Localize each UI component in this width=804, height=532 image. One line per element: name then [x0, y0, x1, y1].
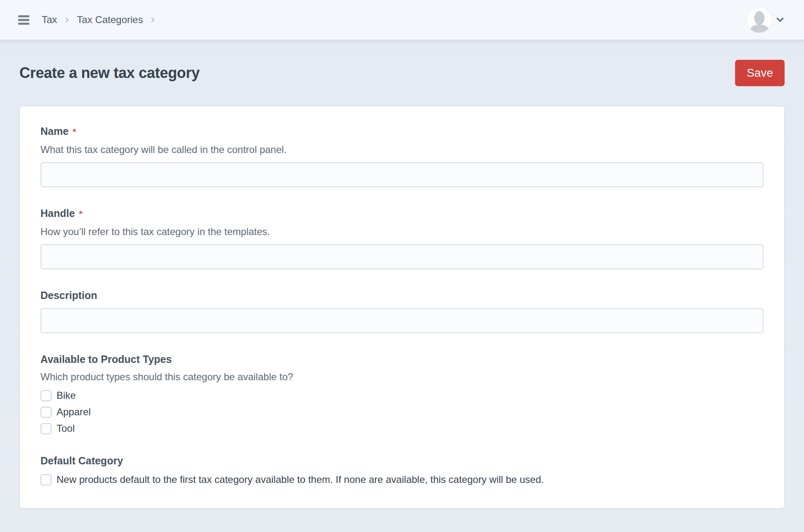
tool-checkbox[interactable] [40, 423, 52, 434]
product-types-label: Available to Product Types [40, 353, 172, 365]
handle-label: Handle [40, 207, 75, 219]
chevron-right-icon [149, 16, 156, 23]
bike-checkbox[interactable] [40, 390, 52, 401]
top-bar: Tax Tax Categories [0, 0, 804, 40]
account-menu[interactable] [747, 7, 784, 33]
checkbox-row-apparel: Apparel [40, 406, 764, 418]
menu-bar [18, 19, 29, 21]
save-button[interactable]: Save [735, 60, 785, 86]
menu-bar [18, 15, 29, 17]
field-product-types: Available to Product Types Which product… [40, 353, 764, 435]
chevron-down-icon[interactable] [776, 17, 784, 23]
tool-checkbox-label: Tool [57, 422, 75, 435]
field-handle: Handle * How you’ll refer to this tax ca… [40, 207, 764, 269]
page-head: Create a new tax category Save [19, 59, 785, 86]
chevron-right-icon [64, 16, 70, 23]
product-types-instructions: Which product types should this category… [40, 371, 764, 383]
menu-bar [18, 23, 29, 25]
default-category-checkbox-label: New products default to the first tax ca… [57, 473, 544, 486]
breadcrumb: Tax Tax Categories [42, 15, 163, 25]
checkbox-row-tool: Tool [40, 422, 764, 435]
checkbox-row-default: New products default to the first tax ca… [40, 473, 764, 486]
field-name: Name * What this tax category will be ca… [40, 125, 764, 187]
avatar[interactable] [747, 7, 772, 33]
bike-checkbox-label: Bike [57, 389, 76, 402]
page-title: Create a new tax category [19, 64, 200, 82]
description-label: Description [40, 289, 97, 301]
required-asterisk: * [79, 208, 83, 220]
main-content: Create a new tax category Save Name * Wh… [0, 59, 804, 508]
checkbox-row-bike: Bike [40, 389, 764, 402]
handle-instructions: How you’ll refer to this tax category in… [40, 226, 764, 238]
field-description: Description [40, 289, 764, 333]
menu-icon[interactable] [18, 15, 29, 25]
apparel-checkbox-label: Apparel [57, 406, 91, 418]
handle-input[interactable] [40, 244, 764, 269]
default-category-checkbox[interactable] [40, 474, 52, 485]
name-label: Name [40, 125, 69, 137]
form-card: Name * What this tax category will be ca… [19, 106, 785, 508]
breadcrumb-tax[interactable]: Tax [42, 15, 57, 25]
name-instructions: What this tax category will be called in… [40, 144, 764, 156]
field-default-category: Default Category New products default to… [40, 454, 764, 486]
breadcrumb-tax-categories[interactable]: Tax Categories [77, 15, 143, 25]
required-asterisk: * [73, 126, 76, 138]
default-category-label: Default Category [40, 454, 123, 467]
description-input[interactable] [40, 308, 764, 333]
apparel-checkbox[interactable] [40, 407, 52, 418]
name-input[interactable] [40, 162, 764, 187]
avatar-silhouette [754, 11, 764, 25]
avatar-silhouette [749, 24, 770, 33]
